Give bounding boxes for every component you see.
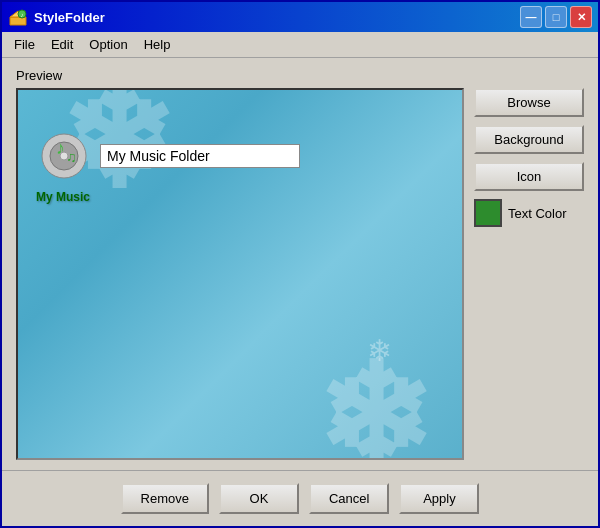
bottom-bar: Remove OK Cancel Apply bbox=[2, 470, 598, 526]
text-color-swatch[interactable] bbox=[474, 199, 502, 227]
menubar: File Edit Option Help bbox=[2, 32, 598, 58]
svg-text:♪: ♪ bbox=[56, 138, 65, 158]
menu-option[interactable]: Option bbox=[81, 35, 135, 54]
text-color-row: Text Color bbox=[474, 199, 584, 227]
remove-button[interactable]: Remove bbox=[121, 483, 209, 514]
cancel-button[interactable]: Cancel bbox=[309, 483, 389, 514]
app-icon: ♪ bbox=[8, 7, 28, 27]
menu-file[interactable]: File bbox=[6, 35, 43, 54]
background-button[interactable]: Background bbox=[474, 125, 584, 154]
main-content: Preview ❄ ❄ ❄ ♪ ♫ bbox=[2, 58, 598, 470]
folder-area: ♪ ♫ bbox=[38, 130, 300, 182]
window-controls: — □ ✕ bbox=[520, 6, 592, 28]
apply-button[interactable]: Apply bbox=[399, 483, 479, 514]
svg-text:♫: ♫ bbox=[66, 149, 77, 165]
window-title: StyleFolder bbox=[34, 10, 520, 25]
menu-edit[interactable]: Edit bbox=[43, 35, 81, 54]
titlebar: ♪ StyleFolder — □ ✕ bbox=[2, 2, 598, 32]
ok-button[interactable]: OK bbox=[219, 483, 299, 514]
menu-help[interactable]: Help bbox=[136, 35, 179, 54]
snowflake-decoration-3: ❄ bbox=[367, 333, 392, 368]
close-button[interactable]: ✕ bbox=[570, 6, 592, 28]
text-color-label: Text Color bbox=[508, 206, 567, 221]
content-row: ❄ ❄ ❄ ♪ ♫ My Music bbox=[16, 88, 584, 460]
folder-label: My Music bbox=[28, 190, 98, 204]
folder-name-input[interactable] bbox=[100, 144, 300, 168]
svg-text:♪: ♪ bbox=[21, 12, 24, 18]
browse-button[interactable]: Browse bbox=[474, 88, 584, 117]
minimize-button[interactable]: — bbox=[520, 6, 542, 28]
main-window: ♪ StyleFolder — □ ✕ File Edit Option Hel… bbox=[0, 0, 600, 528]
icon-button[interactable]: Icon bbox=[474, 162, 584, 191]
right-panel: Browse Background Icon Text Color bbox=[474, 88, 584, 460]
preview-label: Preview bbox=[16, 68, 584, 83]
maximize-button[interactable]: □ bbox=[545, 6, 567, 28]
folder-music-icon: ♪ ♫ bbox=[38, 130, 90, 182]
preview-area: ❄ ❄ ❄ ♪ ♫ My Music bbox=[16, 88, 464, 460]
